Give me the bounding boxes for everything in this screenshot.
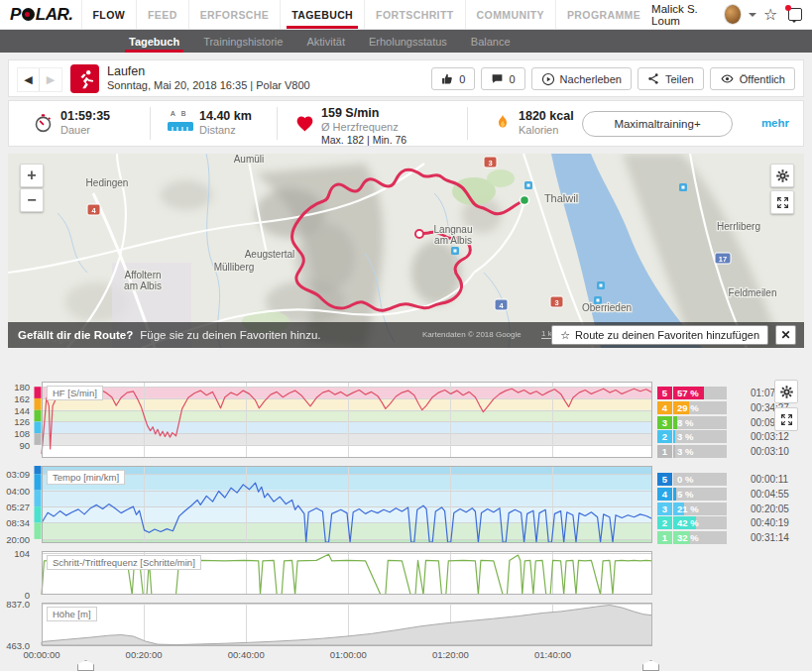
main-menu: FLOW FEED ERFORSCHE TAGEBUCH FORTSCHRITT… (81, 0, 652, 29)
svg-text:Herrliberg: Herrliberg (717, 221, 760, 232)
map-attribution: Kartendaten © 2018 Google (422, 330, 522, 339)
relive-button[interactable]: Nacherleben (531, 67, 632, 90)
nav-feed[interactable]: FEED (136, 0, 188, 29)
chart-settings-button[interactable] (774, 380, 798, 403)
add-route-to-favorites-button[interactable]: ☆ Route zu deinen Favoriten hinzufügen (551, 325, 768, 345)
tempo-zone-row-5: 50 %00:00:11 (657, 473, 727, 486)
stopwatch-icon (33, 113, 54, 138)
next-session-button[interactable]: ▶ (40, 68, 61, 91)
svg-text:3: 3 (488, 159, 492, 168)
map-zoom-out-button[interactable]: − (20, 188, 44, 212)
share-label: Teilen (665, 73, 694, 85)
prompt-question: Gefällt dir die Route? (18, 329, 133, 341)
cadence-chart-title: Schritt-/Trittfrequenz [Schritte/min] (47, 555, 201, 570)
avatar[interactable] (724, 4, 742, 25)
pace-chart-canvas[interactable] (34, 466, 652, 543)
gear-icon (779, 385, 794, 399)
expand-icon (776, 196, 789, 209)
pace-chart[interactable]: Tempo [min/km] (34, 466, 652, 543)
map-settings-button[interactable] (770, 164, 794, 187)
running-activity-icon (70, 64, 99, 93)
play-circle-icon (541, 72, 555, 86)
map-zoom-in-button[interactable]: + (20, 164, 44, 187)
calories-stat: 1820 kcal Kalorien (519, 109, 574, 136)
altitude-chart[interactable]: Höhe [m] (34, 603, 652, 646)
subnav-aktivitaet[interactable]: Aktivität (294, 30, 357, 53)
route-map[interactable]: 433417 HedingenAumüliAffolternam AlbisMü… (8, 154, 804, 348)
nav-community[interactable]: COMMUNITY (465, 0, 555, 29)
svg-text:3: 3 (554, 298, 558, 307)
notifications-icon[interactable] (788, 8, 802, 21)
user-menu[interactable]: Malick S. Loum ☆ (651, 3, 802, 27)
hr-chart-canvas[interactable] (34, 382, 652, 458)
comment-icon (491, 72, 504, 85)
prompt-hint: Füge sie zu deinen Favoriten hinzu. (140, 329, 320, 341)
svg-text:Langnau: Langnau (434, 224, 473, 235)
map-fullscreen-button[interactable] (770, 190, 794, 214)
svg-text:Thalwil: Thalwil (544, 192, 578, 204)
altitude-chart-title: Höhe [m] (47, 607, 97, 621)
svg-text:Mülliberg: Mülliberg (214, 262, 255, 273)
distance-value: 14.40 km (199, 109, 252, 123)
user-name: Malick S. Loum (651, 3, 717, 27)
polar-logo-p: P (10, 5, 21, 25)
tempo-zone-row-3: 321 %00:20:05 (657, 503, 727, 515)
chevron-down-icon[interactable] (749, 13, 756, 21)
polar-logo[interactable]: PLAR. (10, 5, 73, 25)
hr-zone-row-4: 429 %00:34:27 (657, 401, 727, 414)
svg-text:Affoltern: Affoltern (124, 270, 161, 280)
previous-session-button[interactable]: ◀ (18, 68, 40, 91)
divider (467, 107, 468, 140)
share-button[interactable]: Teilen (638, 67, 704, 90)
session-subtitle: Sonntag, Mai 20, 2018 16:35 | Polar V800 (107, 79, 310, 91)
polar-logo-rest: LAR. (36, 5, 73, 25)
hr-chart-title: HF [S/min] (47, 386, 103, 400)
subnav-balance[interactable]: Balance (459, 30, 522, 53)
more-link[interactable]: mehr (761, 117, 789, 129)
duration-stat: 01:59:35 Dauer (60, 109, 110, 136)
comment-button[interactable]: 0 (481, 67, 524, 90)
duration-value: 01:59:35 (60, 109, 110, 123)
tempo-zone-row-2: 242 %00:40:19 (657, 516, 727, 529)
hr-label: Ø Herzfrequenz (321, 121, 406, 133)
session-header: ◀ ▶ Laufen Sonntag, Mai 20, 2018 16:35 |… (8, 59, 804, 97)
hr-zone-row-5: 557 %01:07:03 (657, 387, 727, 399)
nav-tagebuch[interactable]: TAGEBUCH (280, 0, 364, 29)
pace-chart-title: Tempo [min/km] (47, 470, 125, 485)
heart-rate-chart[interactable]: HF [S/min] (34, 382, 652, 458)
distance-ruler-icon: AB (168, 110, 193, 135)
like-button[interactable]: 0 (431, 67, 475, 90)
calories-label: Kalorien (519, 124, 574, 136)
subnav-tagebuch[interactable]: Tagebuch (117, 30, 191, 53)
subnav-trainingshistorie[interactable]: Trainingshistorie (191, 30, 294, 53)
nav-flow[interactable]: FLOW (81, 0, 137, 29)
tempo-zone-row-1: 132 %00:31:14 (657, 531, 727, 544)
svg-text:Hedingen: Hedingen (86, 177, 129, 188)
nav-fortschritt[interactable]: FORTSCHRITT (364, 0, 464, 29)
calories-value: 1820 kcal (519, 109, 574, 123)
star-icon: ☆ (560, 329, 570, 342)
subnav-erholungsstatus[interactable]: Erholungsstatus (357, 30, 459, 53)
sub-navigation: Tagebuch Trainingshistorie Aktivität Erh… (0, 30, 812, 53)
favorites-star-icon[interactable]: ☆ (763, 7, 777, 23)
cadence-chart[interactable]: Schritt-/Trittfrequenz [Schritte/min] (34, 551, 652, 595)
altitude-chart-canvas[interactable] (34, 603, 652, 646)
hr-value: 159 S/min (321, 106, 406, 120)
range-slider-right-handle[interactable] (642, 660, 659, 671)
close-prompt-button[interactable]: ✕ (775, 325, 796, 345)
chart-fullscreen-button[interactable] (774, 407, 798, 431)
nav-programme[interactable]: PROGRAMME (555, 0, 651, 29)
range-slider-left-handle[interactable] (77, 660, 94, 671)
svg-text:17: 17 (719, 255, 727, 264)
svg-text:Aeugstertal: Aeugstertal (245, 249, 295, 260)
hr-minmax: Max. 182 | Min. 76 (321, 134, 406, 146)
nav-erforsche[interactable]: ERFORSCHE (188, 0, 281, 29)
visibility-button[interactable]: Öffentlich (710, 67, 795, 90)
hr-zone-row-2: 23 %00:03:12 (657, 430, 727, 443)
relive-label: Nacherleben (560, 73, 622, 85)
heart-icon (294, 113, 315, 138)
training-benefit-button[interactable]: Maximaltraining+ (582, 111, 733, 137)
duration-label: Dauer (60, 124, 110, 136)
notification-dot (785, 5, 791, 11)
visibility-label: Öffentlich (740, 73, 785, 85)
